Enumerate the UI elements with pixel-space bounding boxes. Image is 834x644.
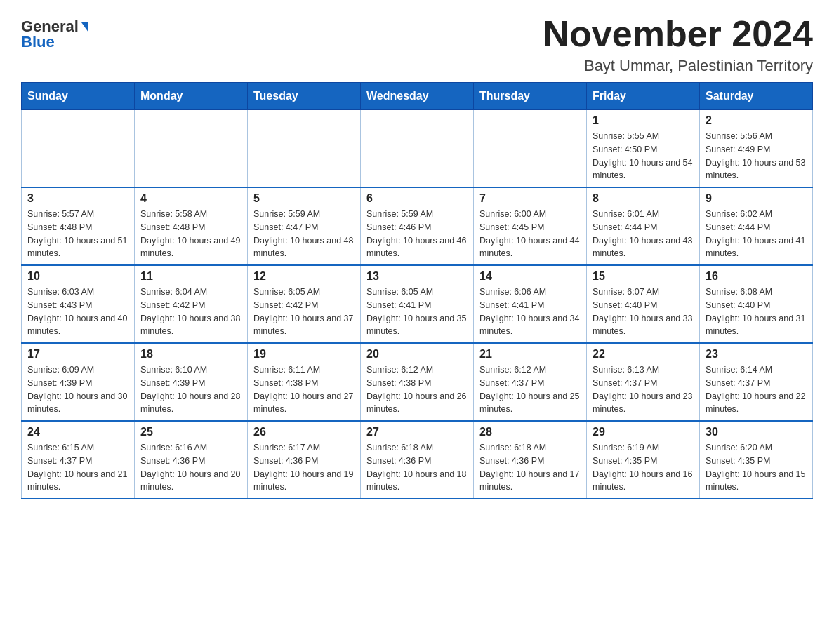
calendar-cell: 20Sunrise: 6:12 AMSunset: 4:38 PMDayligh… <box>361 343 474 421</box>
day-number: 13 <box>366 270 468 283</box>
day-info: Sunrise: 5:59 AMSunset: 4:46 PMDaylight:… <box>366 208 468 260</box>
day-info: Sunrise: 6:04 AMSunset: 4:42 PMDaylight:… <box>140 286 241 338</box>
calendar-cell: 25Sunrise: 6:16 AMSunset: 4:36 PMDayligh… <box>135 421 248 499</box>
logo: General Blue <box>21 18 88 51</box>
day-info: Sunrise: 6:20 AMSunset: 4:35 PMDaylight:… <box>706 441 807 494</box>
logo-blue: Blue <box>21 33 55 51</box>
day-info: Sunrise: 6:05 AMSunset: 4:41 PMDaylight:… <box>366 286 468 338</box>
location-subtitle: Bayt Ummar, Palestinian Territory <box>543 57 813 75</box>
day-number: 8 <box>593 192 694 205</box>
day-info: Sunrise: 6:11 AMSunset: 4:38 PMDaylight:… <box>253 363 355 416</box>
calendar-week-row: 1Sunrise: 5:55 AMSunset: 4:50 PMDaylight… <box>22 110 813 188</box>
day-number: 1 <box>593 114 694 127</box>
calendar-cell: 12Sunrise: 6:05 AMSunset: 4:42 PMDayligh… <box>248 265 361 343</box>
day-number: 29 <box>593 426 694 438</box>
calendar-cell: 16Sunrise: 6:08 AMSunset: 4:40 PMDayligh… <box>700 265 813 343</box>
day-info: Sunrise: 6:17 AMSunset: 4:36 PMDaylight:… <box>253 441 355 494</box>
day-info: Sunrise: 6:01 AMSunset: 4:44 PMDaylight:… <box>593 208 694 260</box>
day-number: 19 <box>253 348 355 361</box>
calendar-week-row: 24Sunrise: 6:15 AMSunset: 4:37 PMDayligh… <box>22 421 813 499</box>
calendar-cell: 21Sunrise: 6:12 AMSunset: 4:37 PMDayligh… <box>474 343 587 421</box>
day-number: 2 <box>706 114 807 127</box>
calendar-cell: 6Sunrise: 5:59 AMSunset: 4:46 PMDaylight… <box>361 187 474 265</box>
day-number: 14 <box>479 270 581 283</box>
day-number: 9 <box>706 192 807 205</box>
day-number: 23 <box>706 348 807 361</box>
day-number: 5 <box>253 192 355 205</box>
weekday-header-monday: Monday <box>135 83 248 110</box>
day-info: Sunrise: 6:02 AMSunset: 4:44 PMDaylight:… <box>706 208 807 260</box>
calendar-header: SundayMondayTuesdayWednesdayThursdayFrid… <box>22 83 813 110</box>
day-info: Sunrise: 6:08 AMSunset: 4:40 PMDaylight:… <box>706 286 807 338</box>
day-number: 18 <box>140 348 241 361</box>
day-number: 21 <box>479 348 581 361</box>
day-number: 10 <box>27 270 128 283</box>
day-info: Sunrise: 6:18 AMSunset: 4:36 PMDaylight:… <box>366 441 468 494</box>
calendar-cell: 18Sunrise: 6:10 AMSunset: 4:39 PMDayligh… <box>135 343 248 421</box>
calendar-cell: 23Sunrise: 6:14 AMSunset: 4:37 PMDayligh… <box>700 343 813 421</box>
weekday-header-sunday: Sunday <box>22 83 135 110</box>
calendar-cell: 1Sunrise: 5:55 AMSunset: 4:50 PMDaylight… <box>587 110 700 188</box>
day-info: Sunrise: 5:57 AMSunset: 4:48 PMDaylight:… <box>27 208 128 260</box>
day-number: 28 <box>479 426 581 438</box>
day-info: Sunrise: 6:18 AMSunset: 4:36 PMDaylight:… <box>479 441 581 494</box>
calendar-cell: 15Sunrise: 6:07 AMSunset: 4:40 PMDayligh… <box>587 265 700 343</box>
logo-arrow-icon <box>81 22 88 32</box>
title-block: November 2024 Bayt Ummar, Palestinian Te… <box>543 14 813 75</box>
day-info: Sunrise: 5:59 AMSunset: 4:47 PMDaylight:… <box>253 208 355 260</box>
calendar-cell: 5Sunrise: 5:59 AMSunset: 4:47 PMDaylight… <box>248 187 361 265</box>
calendar-cell: 9Sunrise: 6:02 AMSunset: 4:44 PMDaylight… <box>700 187 813 265</box>
weekday-header-wednesday: Wednesday <box>361 83 474 110</box>
day-number: 24 <box>27 426 128 438</box>
day-info: Sunrise: 6:16 AMSunset: 4:36 PMDaylight:… <box>140 441 241 494</box>
calendar-cell: 26Sunrise: 6:17 AMSunset: 4:36 PMDayligh… <box>248 421 361 499</box>
calendar-cell: 11Sunrise: 6:04 AMSunset: 4:42 PMDayligh… <box>135 265 248 343</box>
day-info: Sunrise: 6:06 AMSunset: 4:41 PMDaylight:… <box>479 286 581 338</box>
calendar-cell: 13Sunrise: 6:05 AMSunset: 4:41 PMDayligh… <box>361 265 474 343</box>
day-number: 6 <box>366 192 468 205</box>
day-info: Sunrise: 6:05 AMSunset: 4:42 PMDaylight:… <box>253 286 355 338</box>
calendar-body: 1Sunrise: 5:55 AMSunset: 4:50 PMDaylight… <box>22 110 813 499</box>
day-number: 16 <box>706 270 807 283</box>
day-info: Sunrise: 6:13 AMSunset: 4:37 PMDaylight:… <box>593 363 694 416</box>
month-title: November 2024 <box>543 14 813 54</box>
day-number: 17 <box>27 348 128 361</box>
weekday-header-tuesday: Tuesday <box>248 83 361 110</box>
calendar-week-row: 3Sunrise: 5:57 AMSunset: 4:48 PMDaylight… <box>22 187 813 265</box>
day-info: Sunrise: 6:07 AMSunset: 4:40 PMDaylight:… <box>593 286 694 338</box>
calendar-cell <box>22 110 135 188</box>
calendar-cell <box>248 110 361 188</box>
calendar-cell: 24Sunrise: 6:15 AMSunset: 4:37 PMDayligh… <box>22 421 135 499</box>
day-number: 7 <box>479 192 581 205</box>
calendar-cell <box>361 110 474 188</box>
weekday-header-thursday: Thursday <box>474 83 587 110</box>
day-number: 30 <box>706 426 807 438</box>
day-info: Sunrise: 6:09 AMSunset: 4:39 PMDaylight:… <box>27 363 128 416</box>
calendar-cell: 3Sunrise: 5:57 AMSunset: 4:48 PMDaylight… <box>22 187 135 265</box>
calendar-cell: 29Sunrise: 6:19 AMSunset: 4:35 PMDayligh… <box>587 421 700 499</box>
weekday-header-friday: Friday <box>587 83 700 110</box>
day-number: 22 <box>593 348 694 361</box>
day-info: Sunrise: 6:03 AMSunset: 4:43 PMDaylight:… <box>27 286 128 338</box>
day-info: Sunrise: 6:12 AMSunset: 4:37 PMDaylight:… <box>479 363 581 416</box>
weekday-header-saturday: Saturday <box>700 83 813 110</box>
calendar-cell: 2Sunrise: 5:56 AMSunset: 4:49 PMDaylight… <box>700 110 813 188</box>
day-info: Sunrise: 6:14 AMSunset: 4:37 PMDaylight:… <box>706 363 807 416</box>
calendar-cell: 27Sunrise: 6:18 AMSunset: 4:36 PMDayligh… <box>361 421 474 499</box>
day-info: Sunrise: 5:56 AMSunset: 4:49 PMDaylight:… <box>706 130 807 182</box>
page-header: General Blue November 2024 Bayt Ummar, P… <box>21 14 813 75</box>
calendar-table: SundayMondayTuesdayWednesdayThursdayFrid… <box>21 82 813 499</box>
day-info: Sunrise: 6:00 AMSunset: 4:45 PMDaylight:… <box>479 208 581 260</box>
day-info: Sunrise: 5:58 AMSunset: 4:48 PMDaylight:… <box>140 208 241 260</box>
calendar-week-row: 10Sunrise: 6:03 AMSunset: 4:43 PMDayligh… <box>22 265 813 343</box>
day-number: 15 <box>593 270 694 283</box>
day-number: 12 <box>253 270 355 283</box>
calendar-cell: 17Sunrise: 6:09 AMSunset: 4:39 PMDayligh… <box>22 343 135 421</box>
day-number: 26 <box>253 426 355 438</box>
day-number: 20 <box>366 348 468 361</box>
calendar-cell: 10Sunrise: 6:03 AMSunset: 4:43 PMDayligh… <box>22 265 135 343</box>
calendar-week-row: 17Sunrise: 6:09 AMSunset: 4:39 PMDayligh… <box>22 343 813 421</box>
day-info: Sunrise: 6:15 AMSunset: 4:37 PMDaylight:… <box>27 441 128 494</box>
calendar-cell: 8Sunrise: 6:01 AMSunset: 4:44 PMDaylight… <box>587 187 700 265</box>
calendar-cell: 30Sunrise: 6:20 AMSunset: 4:35 PMDayligh… <box>700 421 813 499</box>
